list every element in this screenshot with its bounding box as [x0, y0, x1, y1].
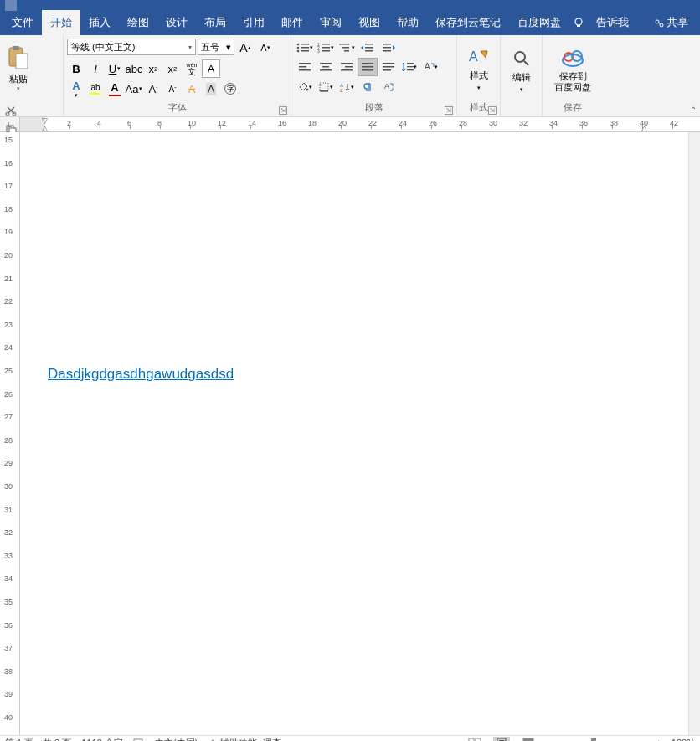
svg-rect-33	[383, 47, 391, 49]
char-border-button[interactable]: A	[202, 59, 220, 78]
italic-button[interactable]: I	[86, 59, 105, 78]
tab-file[interactable]: 文件	[3, 10, 42, 35]
decrease-indent-button[interactable]	[358, 39, 378, 57]
read-mode-button[interactable]	[466, 737, 483, 741]
highlight-button[interactable]: ab	[86, 80, 105, 98]
print-layout-button[interactable]	[493, 737, 510, 741]
svg-rect-38	[320, 63, 332, 64]
align-left-button[interactable]	[295, 58, 315, 76]
hanging-indent-marker[interactable]: △	[42, 124, 48, 131]
clear-formatting-button[interactable]: A	[183, 80, 201, 98]
snap-to-grid-button[interactable]: A	[378, 78, 399, 96]
paste-icon	[7, 44, 30, 71]
justify-icon	[362, 62, 373, 72]
multilevel-list-button[interactable]: ▾	[337, 39, 357, 57]
char-shrink-button[interactable]: Aˇ	[163, 80, 182, 98]
tab-baidu[interactable]: 百度网盘	[509, 10, 569, 35]
cut-button[interactable]	[3, 103, 18, 118]
superscript-button[interactable]: x2	[163, 59, 182, 78]
page-count-status[interactable]: 第 1 页，共 3 页	[5, 737, 71, 742]
tab-references[interactable]: 引用	[234, 10, 273, 35]
shrink-font-button[interactable]: A▾	[256, 39, 275, 57]
styles-button[interactable]: A 样式▾	[459, 38, 499, 100]
svg-rect-41	[341, 63, 353, 64]
pinyin-guide-button[interactable]: wén文	[183, 59, 201, 78]
page-canvas[interactable]: Dasdjkgdgasdhgawudgasdsd	[20, 132, 700, 735]
numbering-button[interactable]: 123▾	[316, 39, 336, 57]
borders-icon	[318, 81, 330, 93]
enclose-chars-button[interactable]: 字	[221, 80, 239, 98]
char-scale-button[interactable]: Aˇ	[144, 80, 162, 98]
svg-rect-43	[341, 69, 353, 71]
tab-layout[interactable]: 布局	[196, 10, 234, 35]
font-name-combo[interactable]: 等线 (中文正文)▾	[67, 39, 196, 55]
tab-cloud-notes[interactable]: 保存到云笔记	[427, 10, 509, 35]
change-case-button[interactable]: Aa▾	[125, 80, 143, 98]
tab-mailings[interactable]: 邮件	[273, 10, 311, 35]
tab-tell-me[interactable]: 告诉我	[588, 10, 637, 35]
tab-help[interactable]: 帮助	[389, 10, 427, 35]
web-layout-button[interactable]	[520, 737, 537, 741]
borders-button[interactable]: ▾	[316, 78, 336, 96]
text-effects-button[interactable]: A▾	[67, 80, 85, 98]
tab-home[interactable]: 开始	[42, 10, 80, 35]
line-spacing-button[interactable]: ▾	[399, 58, 419, 76]
language-status[interactable]: 中文(中国)	[155, 737, 198, 742]
svg-rect-21	[322, 44, 330, 45]
tab-insert[interactable]: 插入	[80, 10, 119, 35]
status-bar: 第 1 页，共 3 页 1118 个字 中文(中国) 辅助功能: 调查 − + …	[0, 735, 700, 741]
bold-button[interactable]: B	[67, 59, 85, 78]
justify-button[interactable]	[358, 58, 378, 76]
char-shading-button[interactable]: A	[202, 80, 220, 98]
spellcheck-icon[interactable]	[133, 738, 145, 741]
zoom-in-button[interactable]: +	[656, 738, 661, 741]
font-dialog-launcher[interactable]: ⇲	[279, 106, 287, 115]
subscript-button[interactable]: x2	[144, 59, 162, 78]
vertical-scrollbar[interactable]	[688, 132, 700, 735]
zoom-level[interactable]: 128%	[672, 738, 695, 741]
horizontal-ruler[interactable]: 24681012141618202224262830323436384042 ▽…	[20, 117, 700, 131]
paste-button[interactable]: 粘贴 ▾	[2, 37, 35, 99]
right-indent-marker[interactable]: △	[641, 124, 647, 131]
svg-text:A: A	[469, 49, 478, 64]
styles-dialog-launcher[interactable]: ⇲	[488, 106, 497, 115]
font-color-button[interactable]: A	[106, 80, 124, 98]
document-hyperlink[interactable]: Dasdjkgdgasdhgawudgasdsd	[48, 366, 234, 383]
svg-rect-40	[320, 69, 332, 71]
shading-button[interactable]: ▾	[295, 78, 315, 96]
save-to-baidu-button[interactable]: 保存到百度网盘	[545, 38, 600, 100]
svg-rect-29	[365, 44, 373, 45]
svg-rect-49	[383, 69, 391, 71]
styles-icon: A	[467, 44, 491, 70]
zoom-out-button[interactable]: −	[547, 738, 552, 741]
tab-view[interactable]: 视图	[350, 10, 389, 35]
share-button[interactable]: 共享	[646, 10, 697, 35]
tab-review[interactable]: 审阅	[311, 10, 350, 35]
increase-indent-button[interactable]	[378, 39, 399, 57]
font-size-combo[interactable]: 五号▾	[198, 39, 234, 55]
accessibility-status[interactable]: 辅助功能: 调查	[208, 737, 281, 742]
align-right-button[interactable]	[337, 58, 357, 76]
asian-layout-button[interactable]: A▾	[420, 58, 440, 76]
show-marks-button[interactable]	[358, 78, 378, 96]
sort-button[interactable]: AZ▾	[337, 78, 357, 96]
word-count-status[interactable]: 1118 个字	[81, 737, 123, 742]
editing-button[interactable]: 编辑▾	[502, 39, 542, 100]
svg-rect-36	[299, 66, 306, 68]
tab-draw[interactable]: 绘图	[119, 10, 157, 35]
font-size-value: 五号	[201, 41, 219, 54]
distribute-button[interactable]	[378, 58, 399, 76]
distribute-icon	[383, 62, 394, 72]
grow-font-button[interactable]: A▴	[236, 39, 255, 57]
svg-text:Z: Z	[340, 88, 343, 93]
bullets-button[interactable]: ▾	[295, 39, 315, 57]
underline-button[interactable]: U▾	[106, 59, 124, 78]
align-left-icon	[299, 62, 311, 72]
vertical-ruler[interactable]: 1516171819202122232425262728293031323334…	[0, 132, 20, 735]
strikethrough-button[interactable]: abc	[125, 59, 143, 78]
align-center-button[interactable]	[316, 58, 336, 76]
collapse-ribbon-button[interactable]: ⌃	[690, 105, 697, 115]
paragraph-dialog-launcher[interactable]: ⇲	[445, 106, 453, 115]
svg-rect-2	[577, 25, 580, 27]
tab-design[interactable]: 设计	[157, 10, 196, 35]
